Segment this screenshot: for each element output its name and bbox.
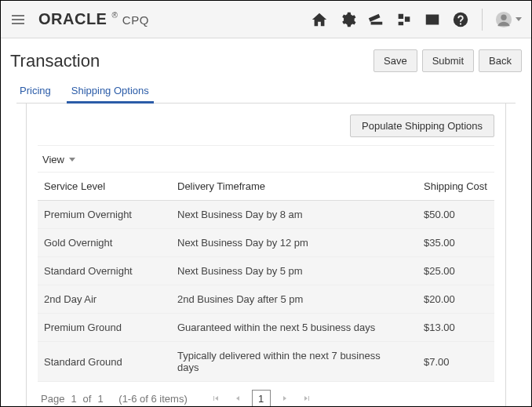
cell-delivery: Next Business Day by 5 pm — [171, 257, 408, 285]
table-row[interactable]: 2nd Day Air2nd Busines Day after 5 pm$20… — [38, 285, 494, 314]
tabs: Pricing Shipping Options — [16, 80, 516, 104]
pager-first-icon[interactable] — [208, 391, 224, 406]
pager-prefix: Page — [41, 393, 64, 405]
panel-actions: Populate Shipping Options — [38, 111, 494, 146]
modules-icon[interactable] — [395, 11, 413, 28]
populate-shipping-button[interactable]: Populate Shipping Options — [350, 114, 494, 137]
gear-icon[interactable] — [339, 11, 356, 28]
back-button[interactable]: Back — [479, 49, 522, 72]
tab-shipping-options[interactable]: Shipping Options — [68, 80, 152, 103]
cell-service: Premium Ground — [38, 314, 171, 342]
pager-current: 1 — [71, 393, 76, 405]
cell-cost: $20.00 — [408, 285, 494, 314]
home-icon[interactable] — [311, 11, 328, 28]
page-title: Transaction — [10, 51, 100, 71]
col-delivery: Delivery Timeframe — [171, 173, 408, 201]
pager-next-icon[interactable] — [277, 391, 293, 406]
brand: ORACLE® CPQ — [38, 10, 149, 28]
menu-icon[interactable] — [9, 12, 27, 27]
pager: Page 1 of 1 (1-6 of 6 items) 1 — [38, 382, 494, 407]
table-row[interactable]: Premium GroundGuaranteed within the next… — [38, 314, 494, 342]
caret-down-icon — [69, 158, 75, 162]
col-cost: Shipping Cost — [408, 173, 494, 201]
cell-delivery: Next Business Day by 8 am — [171, 201, 408, 229]
view-menu[interactable]: View — [38, 146, 494, 173]
caret-down-icon — [516, 17, 522, 21]
brand-main: ORACLE — [38, 10, 107, 28]
user-menu[interactable] — [495, 11, 522, 28]
submit-button[interactable]: Submit — [422, 49, 474, 72]
shipping-table: Service Level Delivery Timeframe Shippin… — [38, 173, 494, 382]
cell-cost: $7.00 — [408, 342, 494, 382]
cell-cost: $25.00 — [408, 257, 494, 285]
tab-pricing[interactable]: Pricing — [16, 80, 54, 103]
pager-of: of — [83, 393, 92, 405]
brand-sub: CPQ — [122, 13, 149, 27]
tickets-icon[interactable] — [367, 11, 384, 28]
pager-range: (1-6 of 6 items) — [118, 393, 187, 405]
help-icon[interactable] — [452, 11, 469, 28]
cell-service: Standard Overnight — [38, 257, 171, 285]
shipping-panel: Populate Shipping Options View Service L… — [26, 104, 506, 407]
table-row[interactable]: Premium OvernightNext Business Day by 8 … — [38, 201, 494, 229]
pager-total: 1 — [97, 393, 103, 405]
col-service: Service Level — [38, 173, 171, 201]
svg-point-2 — [501, 14, 506, 20]
table-header-row: Service Level Delivery Timeframe Shippin… — [38, 173, 494, 201]
page-actions: Save Submit Back — [373, 49, 522, 72]
cell-delivery: 2nd Busines Day after 5 pm — [171, 285, 408, 314]
cell-cost: $50.00 — [408, 201, 494, 229]
cell-delivery: Guaranteed within the next 5 business da… — [171, 314, 408, 342]
cell-cost: $35.00 — [408, 229, 494, 257]
cell-service: 2nd Day Air — [38, 285, 171, 314]
divider — [482, 9, 483, 31]
table-row[interactable]: Standard GroundTypically delivered withi… — [38, 342, 494, 382]
pager-last-icon[interactable] — [299, 391, 315, 406]
header-icons — [311, 9, 522, 31]
pager-prev-icon[interactable] — [230, 391, 246, 406]
save-button[interactable]: Save — [373, 49, 417, 72]
app-header: ORACLE® CPQ — [1, 1, 531, 38]
cell-service: Standard Ground — [38, 342, 171, 382]
view-label: View — [42, 154, 64, 165]
card-icon[interactable] — [424, 11, 441, 28]
cell-delivery: Next Business Day by 12 pm — [171, 229, 408, 257]
table-row[interactable]: Standard OvernightNext Business Day by 5… — [38, 257, 494, 285]
pager-page-box[interactable]: 1 — [252, 390, 271, 407]
brand-reg: ® — [111, 11, 117, 20]
tabs-wrap: Pricing Shipping Options Populate Shippi… — [1, 80, 531, 407]
cell-cost: $13.00 — [408, 314, 494, 342]
table-row[interactable]: Gold OvernightNext Business Day by 12 pm… — [38, 229, 494, 257]
cell-delivery: Typically delivered within the next 7 bu… — [171, 342, 408, 382]
cell-service: Premium Overnight — [38, 201, 171, 229]
page-head: Transaction Save Submit Back — [1, 38, 531, 80]
cell-service: Gold Overnight — [38, 229, 171, 257]
